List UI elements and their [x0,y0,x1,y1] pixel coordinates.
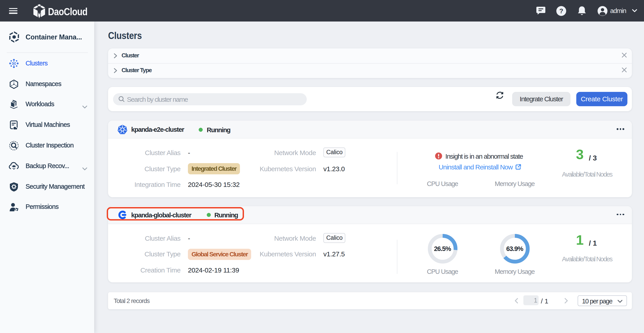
svg-text:?: ? [559,7,563,14]
